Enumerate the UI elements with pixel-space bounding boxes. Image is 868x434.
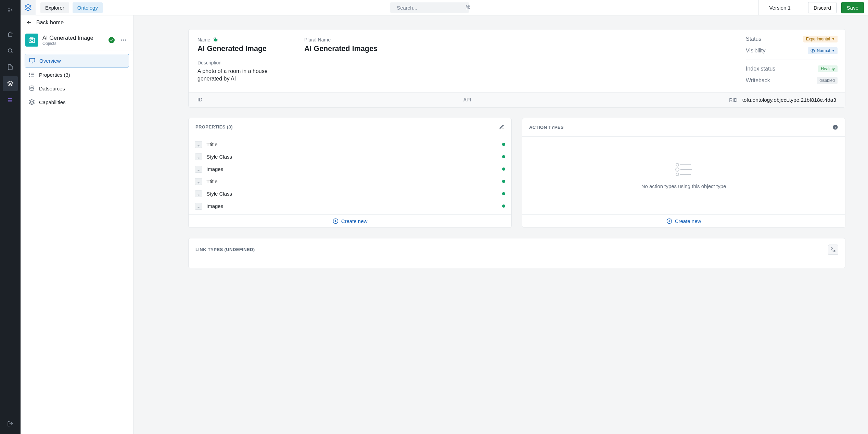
plus-circle-icon — [333, 218, 339, 224]
tab-ontology[interactable]: Ontology — [73, 2, 103, 13]
plural-value: AI Generated Images — [304, 45, 378, 53]
string-type-icon: „ — [195, 203, 202, 210]
empty-state-icon — [674, 162, 693, 177]
svg-point-21 — [676, 163, 679, 166]
action-types-create-new[interactable]: Create new — [522, 214, 845, 227]
status-dot-icon — [502, 168, 505, 171]
status-label: Status — [746, 36, 761, 42]
property-row[interactable]: „Style Class — [191, 151, 509, 163]
save-button[interactable]: Save — [841, 2, 864, 13]
rail-home[interactable] — [3, 27, 18, 42]
object-subtitle: Objects — [42, 41, 93, 46]
version-label: Version 1 — [766, 5, 794, 11]
search-input[interactable] — [396, 4, 462, 11]
property-label: Ttitle — [206, 141, 218, 147]
name-label: Name — [197, 37, 267, 42]
rail-search[interactable] — [3, 43, 18, 58]
search-shortcut: ⌘ — [465, 4, 470, 11]
caret-down-icon: ▼ — [832, 49, 835, 52]
rid-value: tofu.ontology.object.type.21bf818e.4da3 — [742, 97, 836, 103]
tab-explorer[interactable]: Explorer — [40, 2, 69, 13]
database-icon — [29, 85, 35, 91]
rail-file[interactable] — [3, 60, 18, 75]
status-dot-icon — [502, 155, 505, 158]
string-type-icon: „ — [195, 153, 202, 160]
info-icon[interactable] — [832, 124, 838, 130]
api-label: API — [463, 97, 729, 103]
index-label: Index status — [746, 66, 775, 72]
id-label: ID — [197, 97, 463, 103]
property-row[interactable]: „Images — [191, 200, 509, 212]
edit-icon[interactable] — [499, 124, 505, 130]
status-dot-icon — [502, 204, 505, 208]
sidebar-item-properties[interactable]: Properties (3) — [25, 68, 129, 81]
svg-point-0 — [8, 49, 12, 52]
sidebar-item-label: Overview — [39, 58, 61, 64]
svg-point-13 — [29, 74, 30, 75]
sidebar-nav: Overview Properties (3) Datsources — [21, 50, 133, 112]
svg-point-14 — [29, 76, 30, 77]
mode-tabs: Explorer Ontology — [40, 2, 103, 13]
svg-point-23 — [676, 168, 679, 171]
svg-point-15 — [30, 86, 34, 88]
visibility-label: Visibility — [746, 48, 766, 54]
rid-label: RID — [729, 97, 737, 103]
svg-rect-2 — [8, 100, 12, 101]
sidebar-item-label: Properties (3) — [39, 72, 70, 78]
string-type-icon: „ — [195, 190, 202, 197]
plus-circle-icon — [666, 218, 672, 224]
action-types-header: ACTION TYPES — [529, 125, 564, 130]
action-types-panel: ACTION TYPES No action types using this … — [522, 118, 845, 228]
property-row[interactable]: „Ttitle — [191, 175, 509, 188]
status-pill[interactable]: Experimental▼ — [803, 36, 838, 42]
string-type-icon: „ — [195, 141, 202, 148]
eye-icon — [810, 49, 815, 53]
rail-expand[interactable] — [3, 3, 18, 18]
sidebar-item-capabilities[interactable]: Capabilities — [25, 96, 129, 109]
rail-box[interactable] — [3, 76, 18, 91]
action-types-empty: No action types using this object type — [522, 137, 845, 214]
properties-create-new[interactable]: Create new — [189, 214, 511, 227]
link-types-view-button[interactable] — [828, 245, 838, 255]
string-type-icon: „ — [195, 178, 202, 185]
search-bar[interactable]: ⌘ — [390, 2, 469, 13]
sidebar-item-datasources[interactable]: Datsources — [25, 82, 129, 95]
more-menu[interactable] — [119, 35, 128, 45]
list-icon — [29, 72, 35, 78]
rail-data[interactable] — [3, 92, 18, 108]
property-label: Style Class — [206, 154, 232, 160]
string-type-icon: „ — [195, 166, 202, 173]
link-types-panel: LINK TYPES (UNDEFINED) — [188, 238, 845, 268]
index-pill: Healthy — [818, 65, 838, 72]
property-row[interactable]: „Images — [191, 163, 509, 175]
canvas: Name AI Generated Image Plural Name AI G… — [133, 15, 868, 434]
svg-point-9 — [123, 39, 124, 40]
svg-rect-11 — [30, 58, 35, 62]
rail-logout[interactable] — [3, 416, 18, 431]
name-value: AI Generated Image — [197, 45, 267, 53]
property-label: Images — [206, 203, 223, 209]
property-row[interactable]: „Style Class — [191, 188, 509, 200]
property-label: Style Class — [206, 191, 232, 197]
monitor-icon — [29, 58, 35, 64]
visibility-pill[interactable]: Normal▼ — [808, 47, 838, 54]
sidebar: Back home AI Generated Image Objects — [21, 15, 133, 434]
svg-rect-7 — [30, 37, 33, 39]
discard-button[interactable]: Discard — [808, 2, 837, 13]
link-types-header: LINK TYPES (UNDEFINED) — [195, 247, 255, 252]
svg-point-25 — [676, 173, 679, 176]
sidebar-item-overview[interactable]: Overview — [25, 54, 129, 67]
status-dot-icon — [502, 192, 505, 195]
back-home[interactable]: Back home — [21, 15, 133, 30]
svg-point-10 — [125, 39, 126, 40]
overview-panel: Name AI Generated Image Plural Name AI G… — [188, 29, 845, 108]
svg-point-29 — [834, 250, 835, 252]
object-title: AI Generated Image — [42, 35, 93, 41]
writeback-pill: disabled — [817, 77, 838, 84]
arrow-left-icon — [26, 20, 32, 26]
layers-icon — [29, 99, 35, 105]
svg-point-6 — [30, 39, 33, 41]
property-row[interactable]: „Ttitle — [191, 138, 509, 151]
nav-rail — [0, 0, 21, 434]
svg-point-12 — [29, 73, 30, 74]
